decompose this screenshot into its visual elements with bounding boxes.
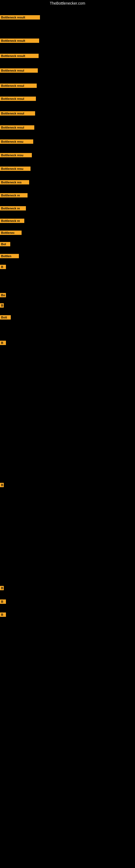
bottleneck-bar-18: Bottlen: [0, 254, 19, 258]
bottleneck-bar-25: B: [0, 586, 4, 590]
site-title: TheBottlenecker.com: [0, 0, 135, 6]
bottleneck-bar-21: B: [0, 303, 4, 308]
bottleneck-bar-15: Bottleneck re: [0, 219, 24, 223]
bottleneck-bar-10: Bottleneck resu: [0, 153, 32, 157]
bottleneck-bar-19: B: [0, 265, 6, 269]
bottleneck-bar-8: Bottleneck resul: [0, 125, 34, 130]
bottleneck-bar-9: Bottleneck resu: [0, 140, 33, 144]
bottleneck-bar-14: Bottleneck re: [0, 206, 26, 211]
bottleneck-bar-4: Bottleneck resul: [0, 68, 38, 73]
bottleneck-bar-12: Bottleneck res: [0, 180, 29, 184]
bottleneck-bar-26: B: [0, 599, 6, 604]
bottleneck-bar-5: Bottleneck resul: [0, 84, 37, 88]
bottleneck-bar-7: Bottleneck resul: [0, 111, 35, 116]
bottleneck-bar-13: Bottleneck re: [0, 193, 28, 197]
bottleneck-bar-20: Bo: [0, 293, 6, 297]
bottleneck-bar-23: B: [0, 341, 6, 345]
bottleneck-bar-22: Bott: [0, 315, 11, 319]
bottleneck-bar-27: B: [0, 613, 6, 617]
bottleneck-bar-24: B: [0, 483, 4, 487]
bottleneck-bar-1: Bottleneck result: [0, 15, 40, 20]
bottleneck-bar-6: Bottleneck resul: [0, 97, 36, 101]
bottleneck-bar-17: Bot: [0, 242, 10, 246]
bottleneck-bar-16: Bottlenec: [0, 230, 21, 235]
bottleneck-bar-2: Bottleneck result: [0, 38, 39, 43]
bottleneck-bar-3: Bottleneck result: [0, 54, 39, 58]
bottleneck-bar-11: Bottleneck resu: [0, 166, 31, 171]
